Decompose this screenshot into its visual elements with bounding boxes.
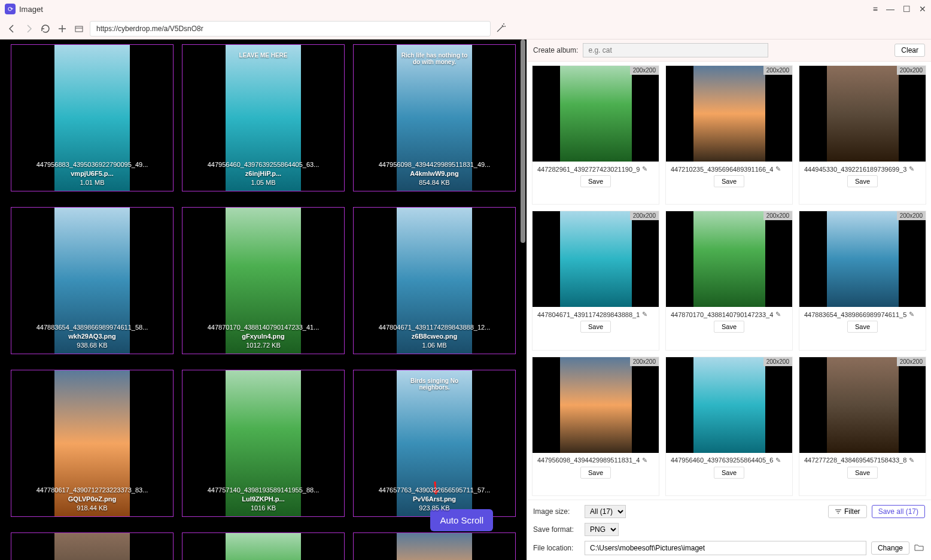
file-id: 447870170_4388140790147233_41... (191, 323, 335, 332)
save-button[interactable]: Save (580, 467, 611, 479)
file-id: 447956460_4397639255864405_63... (191, 160, 335, 169)
result-filename: 447277228_4384695457158433_8 ✎ (799, 453, 926, 467)
wand-icon[interactable] (495, 23, 507, 35)
size-badge: 200x200 (630, 357, 659, 366)
result-thumb[interactable]: 200x200 (666, 211, 792, 307)
edit-icon[interactable]: ✎ (642, 311, 647, 318)
file-location-input[interactable] (585, 541, 866, 555)
save-button[interactable]: Save (580, 175, 611, 187)
result-item: 200x200447210235_4395696489391166_4 ✎Sav… (665, 65, 793, 205)
save-button[interactable]: Save (714, 467, 744, 479)
file-size: 923.85 KB (356, 504, 513, 513)
result-thumb[interactable]: 200x200 (533, 357, 659, 453)
folder-icon[interactable] (914, 543, 925, 553)
result-item: 200x200447956098_4394429989511831_4 ✎Sav… (532, 357, 659, 496)
clear-button[interactable]: Clear (895, 44, 925, 57)
image-size-select[interactable]: All (17) (585, 505, 626, 518)
card-info: 447804671_4391174289843888_12...z6B8cweo… (354, 323, 515, 350)
gallery-card[interactable]: 447883654_4389866989974611_58...wkh29AQ3… (11, 207, 174, 354)
result-item: 200x200447883654_4389866989974611_5 ✎Sav… (799, 211, 926, 350)
result-filename: 447804671_4391174289843888_1 ✎ (533, 307, 659, 321)
edit-icon[interactable]: ✎ (642, 165, 647, 173)
result-thumb[interactable]: 200x200 (799, 66, 926, 162)
scrollbar-thumb[interactable] (521, 39, 525, 243)
file-size: 854.84 KB (356, 178, 513, 187)
create-album-input[interactable] (583, 43, 768, 57)
gallery-card[interactable]: 447780617_4390712723223373_83...GQLVP0oZ… (11, 370, 174, 517)
edit-icon[interactable]: ✎ (775, 456, 781, 464)
edit-icon[interactable]: ✎ (775, 165, 781, 173)
result-filename: 444945330_4392216189739699_3 ✎ (799, 162, 926, 175)
image-caption: Birds singing No neighbors. (397, 378, 472, 391)
gallery-card[interactable]: Rich life has nothing to do with money.4… (353, 44, 516, 191)
result-thumb[interactable]: 200x200 (799, 357, 926, 453)
card-info: 447657763_4390322656595711_57...PvV6Arst… (354, 486, 515, 513)
gallery-card[interactable]: 447870170_4388140790147233_41...gFxyuln4… (182, 207, 345, 354)
menu-icon[interactable]: ≡ (873, 4, 878, 14)
titlebar: ⟳ Imaget ≡ — ☐ ✕ (0, 0, 931, 18)
edit-icon[interactable]: ✎ (775, 311, 781, 318)
save-button[interactable]: Save (714, 321, 744, 333)
thumbnail (226, 533, 301, 560)
result-thumb[interactable]: 200x200 (666, 357, 792, 453)
save-button[interactable]: Save (847, 321, 878, 333)
result-thumb[interactable]: 200x200 (533, 211, 659, 307)
gallery-card[interactable]: LEAVE ME HERE447956460_4397639255864405_… (182, 44, 345, 191)
gallery-card[interactable]: Birds singing No neighbors.447657763_439… (353, 370, 516, 517)
card-info: 447956098_4394429989511831_49...A4kmlwW9… (354, 160, 515, 187)
save-button[interactable]: Save (580, 321, 611, 333)
result-thumb[interactable]: 200x200 (799, 211, 926, 307)
result-thumb[interactable]: 200x200 (666, 66, 792, 162)
file-id: 447956883_4395036922790095_49... (20, 160, 164, 169)
edit-icon[interactable]: ✎ (909, 311, 914, 318)
forward-button[interactable] (23, 23, 35, 35)
card-info: 447956460_4397639255864405_63...z6injHiP… (182, 160, 344, 187)
file-id: 447804671_4391174289843888_12... (363, 323, 506, 332)
file-size: 1016 KB (185, 504, 342, 513)
gallery-card[interactable]: 447956883_4395036922790095_49...vmpjU6F5… (11, 44, 174, 191)
gallery-card[interactable]: 447757140_4398193589141955_88...LuI9ZKPH… (182, 370, 345, 517)
file-size: 918.44 KB (14, 504, 171, 513)
file-name: z6B8cweo.png (356, 332, 513, 341)
thumbnail (397, 533, 472, 560)
filter-button[interactable]: Filter (828, 505, 867, 518)
gallery-card[interactable] (182, 532, 345, 560)
size-badge: 200x200 (630, 211, 659, 220)
result-thumb[interactable]: 200x200 (533, 66, 659, 162)
size-badge: 200x200 (897, 66, 926, 75)
change-button[interactable]: Change (871, 541, 909, 555)
maximize-icon[interactable]: ☐ (903, 4, 911, 14)
result-item: 200x200447870170_4388140790147233_4 ✎Sav… (665, 211, 793, 350)
result-item: 200x200447277228_4384695457158433_8 ✎Sav… (799, 357, 926, 496)
file-name: vmpjU6F5.p... (14, 169, 171, 178)
file-id: 447956098_4394429989511831_49... (363, 160, 506, 169)
save-button[interactable]: Save (847, 175, 878, 187)
save-format-label: Save format: (533, 525, 580, 534)
edit-icon[interactable]: ✎ (909, 456, 914, 464)
gallery-card[interactable] (353, 532, 516, 560)
result-filename: 447210235_4395696489391166_4 ✎ (666, 162, 792, 175)
add-button[interactable] (56, 23, 68, 35)
tabs-icon[interactable] (73, 23, 85, 35)
save-button[interactable]: Save (847, 467, 878, 479)
image-caption: LEAVE ME HERE (226, 52, 301, 59)
gallery-card[interactable] (11, 532, 174, 560)
create-album-label: Create album: (533, 46, 578, 54)
edit-icon[interactable]: ✎ (642, 456, 647, 464)
scrollbar[interactable] (521, 39, 527, 363)
file-id: 447780617_4390712723223373_83... (20, 486, 164, 495)
reload-button[interactable] (39, 23, 51, 35)
gallery-card[interactable]: 447804671_4391174289843888_12...z6B8cweo… (353, 207, 516, 354)
app-logo: ⟳ (5, 4, 16, 14)
toolbar: https://cyberdrop.me/a/V5DsnO8r (0, 18, 931, 39)
save-format-select[interactable]: PNG (585, 523, 619, 536)
edit-icon[interactable]: ✎ (909, 165, 914, 173)
minimize-icon[interactable]: — (886, 4, 895, 14)
save-all-button[interactable]: Save all (17) (872, 505, 925, 518)
back-button[interactable] (6, 23, 18, 35)
close-icon[interactable]: ✕ (919, 4, 926, 14)
save-button[interactable]: Save (714, 175, 744, 187)
url-bar[interactable]: https://cyberdrop.me/a/V5DsnO8r (90, 21, 491, 36)
svg-point-1 (503, 23, 504, 25)
file-location-label: File location: (533, 544, 580, 552)
